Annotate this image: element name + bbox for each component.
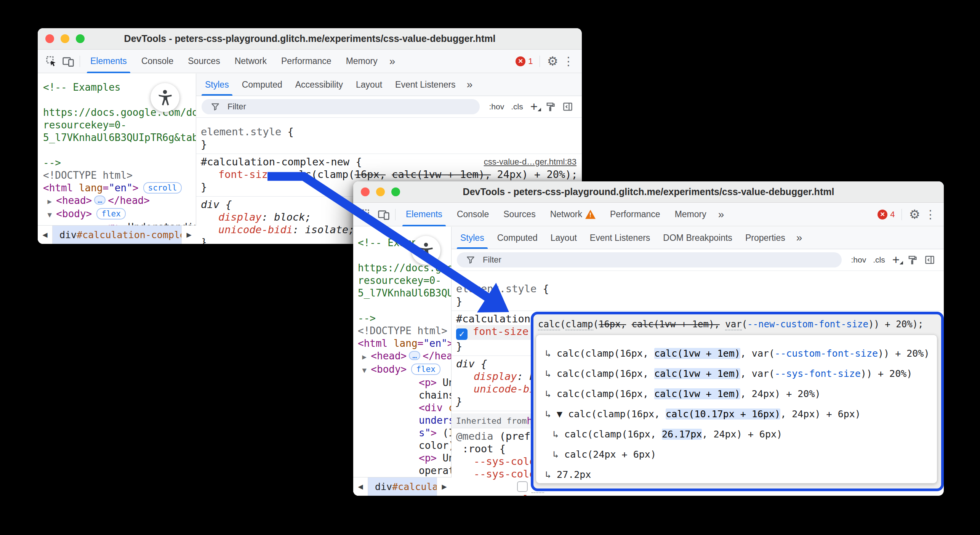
- tab-event-listeners[interactable]: Event Listeners: [583, 227, 657, 249]
- dom-tree-row[interactable]: -->: [43, 157, 196, 169]
- dom-tree-row[interactable]: resourcekey=0-: [358, 274, 451, 287]
- tab-console[interactable]: Console: [134, 50, 181, 73]
- dom-tree-row[interactable]: color) </div>: [358, 439, 451, 452]
- dom-tree-row[interactable]: resourcekey=0-: [43, 119, 196, 131]
- tab-elements[interactable]: Elements: [399, 203, 450, 226]
- more-tabs-icon[interactable]: »: [385, 55, 399, 67]
- filter-input[interactable]: Filter: [457, 252, 842, 268]
- dom-tree-row[interactable]: 5_l7VKnhaUl6B3QUI: [358, 287, 451, 300]
- dom-tree-row[interactable]: understanding: [358, 414, 451, 427]
- breadcrumb-next-icon[interactable]: ▶: [181, 226, 196, 244]
- dom-tree-row[interactable]: [43, 144, 196, 157]
- error-badge[interactable]: ✕ 4: [878, 210, 895, 219]
- dom-tree-row[interactable]: <html lang="en">scroll: [43, 182, 196, 194]
- dom-tree-row[interactable]: operations </: [358, 465, 451, 477]
- device-toolbar-icon[interactable]: [60, 53, 77, 70]
- disabled-checkbox[interactable]: [517, 481, 528, 492]
- tab-computed[interactable]: Computed: [491, 227, 544, 249]
- maximize-button[interactable]: [391, 187, 400, 196]
- enabled-checkbox[interactable]: ✓: [456, 328, 468, 340]
- kebab-menu-icon[interactable]: ⋮: [562, 54, 576, 68]
- breadcrumb-item[interactable]: div#calculat: [368, 477, 437, 496]
- dom-tree-row[interactable]: ▶ <head>…</hea: [358, 350, 451, 363]
- dom-tree-row[interactable]: ▶ <head>…</head>: [43, 194, 196, 208]
- dom-tree-row[interactable]: ▼ <body>flex: [43, 208, 196, 221]
- tab-styles[interactable]: Styles: [199, 74, 235, 96]
- filter-input[interactable]: Filter: [202, 99, 480, 114]
- trace-step[interactable]: ↳ calc(clamp(16px, calc(1vw + 1em), var(…: [536, 343, 937, 364]
- new-style-rule-icon[interactable]: +: [530, 103, 538, 111]
- element-style-section[interactable]: element.style {}: [452, 281, 944, 311]
- tab-styles[interactable]: Styles: [454, 227, 491, 249]
- tab-dom-breakpoints[interactable]: DOM Breakpoints: [657, 227, 739, 249]
- trace-step[interactable]: ↳ ▼ calc(clamp(16px, calc(10.17px + 16px…: [536, 404, 937, 424]
- dom-tree-row[interactable]: 5_l7VKnhaUl6B3QUIpTR6g&tab=: [43, 131, 196, 144]
- error-badge[interactable]: ✕ 1: [516, 56, 533, 66]
- trace-step[interactable]: ↳ calc(clamp(16px, 26.17px, 24px) + 6px): [536, 424, 937, 444]
- more-tabs-icon[interactable]: »: [462, 78, 477, 91]
- dom-tree-row[interactable]: -->: [358, 312, 451, 325]
- toggle-class[interactable]: .cls: [511, 102, 523, 111]
- tab-layout[interactable]: Layout: [349, 74, 389, 96]
- dom-tree-row[interactable]: <p> Understan: [358, 452, 451, 465]
- dom-tree-row[interactable]: s"> (Inspect: [358, 427, 451, 439]
- kebab-menu-icon[interactable]: ⋮: [924, 208, 938, 221]
- trace-step[interactable]: ↳ calc(24px + 6px): [536, 444, 937, 465]
- tab-accessibility[interactable]: Accessibility: [289, 74, 349, 96]
- style-line[interactable]: --app-colo: [456, 493, 944, 496]
- dom-tree[interactable]: <!-- Examples https://docs.googresourcek…: [353, 227, 452, 496]
- rendering-paint-icon[interactable]: [907, 255, 918, 265]
- dock-panel-icon[interactable]: [924, 255, 935, 265]
- dom-tree-row[interactable]: <!DOCTYPE html>: [43, 169, 196, 182]
- tab-memory[interactable]: Memory: [339, 50, 385, 73]
- more-tabs-icon[interactable]: »: [792, 232, 806, 244]
- tab-computed[interactable]: Computed: [235, 74, 289, 96]
- titlebar[interactable]: DevTools - peters-css-playground.glitch.…: [353, 181, 944, 203]
- tab-performance[interactable]: Performance: [603, 203, 668, 226]
- tab-network[interactable]: Network: [227, 50, 274, 73]
- breadcrumb-prev-icon[interactable]: ◀: [353, 477, 368, 496]
- close-button[interactable]: [45, 34, 54, 43]
- tab-memory[interactable]: Memory: [668, 203, 714, 226]
- dom-tree-row[interactable]: <div class="b: [358, 402, 451, 414]
- style-line[interactable]: element.style {: [201, 125, 582, 138]
- settings-gear-icon[interactable]: ⚙: [905, 207, 924, 222]
- style-line[interactable]: #calculation-complex-new {css-value-d…ge…: [201, 155, 582, 168]
- breadcrumb-next-icon[interactable]: ▶: [437, 477, 452, 496]
- traced-declaration-value[interactable]: calc(clamp(16px, calc(1vw + 1em), var(--…: [538, 314, 924, 334]
- source-link[interactable]: css-value-d…ger.html:83: [484, 155, 576, 168]
- tab-performance[interactable]: Performance: [274, 50, 339, 73]
- tab-elements[interactable]: Elements: [83, 50, 134, 73]
- tab-console[interactable]: Console: [450, 203, 496, 226]
- tab-event-listeners[interactable]: Event Listeners: [389, 74, 462, 96]
- device-toolbar-icon[interactable]: [375, 206, 392, 223]
- style-line[interactable]: }: [456, 295, 944, 308]
- dom-tree-row[interactable]: <html lang="en">: [358, 337, 451, 350]
- breadcrumb-item[interactable]: div#calculation-comple: [53, 226, 181, 244]
- tab-sources[interactable]: Sources: [181, 50, 227, 73]
- dom-tree-row[interactable]: chains </p>: [358, 389, 451, 402]
- dom-tree-row[interactable]: [358, 300, 451, 312]
- style-line[interactable]: element.style {: [456, 282, 944, 295]
- maximize-button[interactable]: [76, 34, 85, 43]
- style-line[interactable]: font-size: calc(clamp(16px, calc(1vw + 1…: [201, 168, 582, 181]
- tab-layout[interactable]: Layout: [544, 227, 583, 249]
- inspect-element-icon[interactable]: [359, 206, 375, 223]
- minimize-button[interactable]: [376, 187, 385, 196]
- tab-network[interactable]: Network !: [543, 203, 603, 226]
- trace-step[interactable]: ↳ calc(clamp(16px, calc(1vw + 1em), var(…: [536, 364, 937, 384]
- tab-sources[interactable]: Sources: [496, 203, 543, 226]
- toggle-hover-state[interactable]: :hov: [851, 255, 866, 264]
- titlebar[interactable]: DevTools - peters-css-playground.glitch.…: [38, 28, 582, 50]
- trace-popup-steps[interactable]: ↳ calc(clamp(16px, calc(1vw + 1em), var(…: [536, 335, 937, 484]
- minimize-button[interactable]: [61, 34, 69, 43]
- dock-panel-icon[interactable]: [562, 101, 573, 112]
- toggle-hover-state[interactable]: :hov: [489, 102, 504, 111]
- element-style-section[interactable]: element.style {}: [196, 124, 582, 154]
- inspect-element-icon[interactable]: [43, 53, 60, 70]
- rendering-paint-icon[interactable]: [545, 101, 556, 112]
- breadcrumb-prev-icon[interactable]: ◀: [38, 226, 53, 244]
- new-style-rule-icon[interactable]: +: [892, 256, 900, 264]
- settings-gear-icon[interactable]: ⚙: [543, 54, 562, 69]
- style-line[interactable]: }: [201, 138, 582, 151]
